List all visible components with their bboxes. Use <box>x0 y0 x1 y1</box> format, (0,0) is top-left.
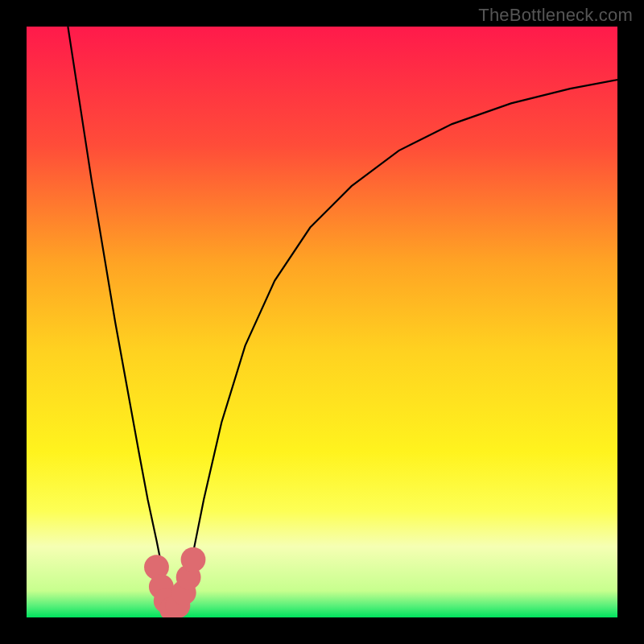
credit-watermark: TheBottleneck.com <box>478 5 633 26</box>
chart-svg <box>27 27 617 617</box>
chart-frame: TheBottleneck.com <box>0 0 644 644</box>
plot-area <box>27 27 617 617</box>
trough-marker <box>181 547 206 572</box>
